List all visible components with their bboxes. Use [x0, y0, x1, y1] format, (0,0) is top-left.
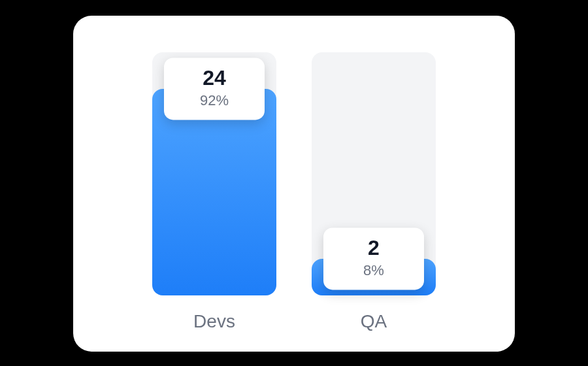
bar-percent: 92% [171, 92, 258, 109]
chart-card: 24 92% 2 8% Devs QA [73, 16, 515, 352]
x-axis-labels: Devs QA [73, 311, 515, 332]
bar-fill [152, 89, 276, 295]
bar-label-qa: QA [312, 311, 436, 332]
bar-percent: 8% [330, 263, 417, 280]
bar-qa: 2 8% [312, 52, 436, 295]
bar-value: 24 [171, 67, 258, 90]
bar-devs: 24 92% [152, 52, 276, 295]
bar-value: 2 [330, 237, 417, 260]
bar-tooltip: 24 92% [164, 58, 265, 120]
bar-tooltip: 2 8% [323, 228, 424, 290]
bar-chart: 24 92% 2 8% [73, 52, 515, 295]
bar-label-devs: Devs [152, 311, 276, 332]
